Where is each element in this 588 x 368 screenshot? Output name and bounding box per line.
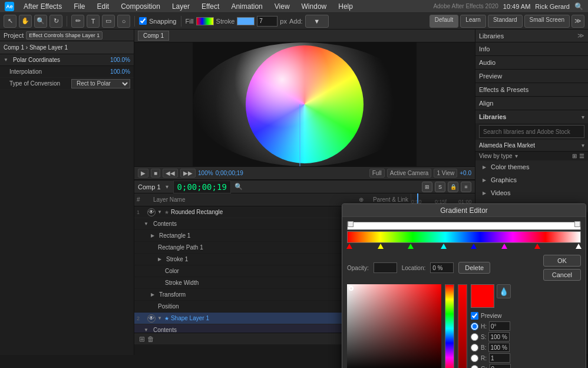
lib-dropdown-arrow[interactable]: ▾ [582,142,584,149]
ge-stop-0[interactable] [346,244,352,249]
menu-effect[interactable]: Effect [199,1,222,12]
ge-opacity-stop-right[interactable] [574,221,580,227]
rp-effects-presets-header[interactable]: Effects & Presets [475,83,588,96]
ws-default[interactable]: Default [430,15,459,28]
tl-solo[interactable]: S [435,182,445,192]
menu-edit[interactable]: Edit [94,1,111,12]
brightness-slider[interactable] [458,284,467,368]
preview-checkbox[interactable] [471,312,478,320]
timecode-display[interactable]: 0;00;00;19 [173,180,231,193]
tl-new-item-icon[interactable]: ⊞ [139,335,145,343]
tl-lock[interactable]: 🔒 [448,182,458,192]
type-conversion-select[interactable]: Rect to Polar Polar to Rect [71,79,130,88]
layer-expand-1[interactable] [157,209,162,215]
vc-views-btn[interactable]: 1 View [434,169,457,178]
bri-radio[interactable] [471,344,478,351]
g-radio[interactable] [471,365,478,369]
tool-hand[interactable]: ✋ [19,15,32,28]
view-grid-icon[interactable]: ⊞ [572,153,577,159]
tool-shape-rect[interactable]: ▭ [102,15,115,28]
tl-new-comp[interactable]: ⊞ [422,182,432,192]
rp-align-header[interactable]: Align [475,97,588,110]
ge-stop-2[interactable] [408,244,414,249]
menu-composition[interactable]: Composition [118,1,163,12]
opacity-input[interactable] [374,262,397,273]
g-input[interactable] [490,364,511,368]
menu-window[interactable]: Window [299,1,329,12]
view-list-icon[interactable]: ☰ [579,153,584,159]
ge-color-bar[interactable] [347,231,581,243]
vc-camera-btn[interactable]: Active Camera [387,169,432,178]
tl-transform1-expand[interactable] [151,292,154,297]
menu-after-effects[interactable]: After Effects [21,1,64,12]
menu-animation[interactable]: Animation [229,1,265,12]
vc-stop-btn[interactable]: ■ [151,169,160,178]
ge-stop-3[interactable] [441,244,447,249]
eyedropper-btn[interactable]: 💧 [497,284,511,298]
location-input[interactable] [430,262,454,273]
r-radio[interactable] [471,354,478,362]
view-type-arrow[interactable]: ▾ [515,153,518,159]
rp-preview-header[interactable]: Preview [475,70,588,83]
effect-controls-tab[interactable]: Effect Controls Shape Layer 1 [26,31,103,40]
ge-stop-7[interactable] [576,244,582,249]
ok-btn[interactable]: OK [543,255,581,267]
tool-zoom[interactable]: 🔍 [34,15,47,28]
menu-layer[interactable]: Layer [170,1,192,12]
ws-standard[interactable]: Standard [488,15,523,28]
menu-file[interactable]: File [71,1,87,12]
vc-prev-frame[interactable]: ◀◀ [163,169,178,178]
menu-view[interactable]: View [272,1,292,12]
menu-help[interactable]: Help [336,1,355,12]
interpolation-value[interactable]: 100.0% [110,68,130,75]
tool-rotate[interactable]: ↻ [49,15,62,28]
ge-stop-5[interactable] [501,244,507,249]
stroke-width-input[interactable] [257,16,278,27]
tool-pen[interactable]: ✏ [71,15,84,28]
color-saturation-field[interactable] [347,284,441,368]
tl-trash-icon[interactable]: 🗑 [147,335,154,343]
ge-stop-1[interactable] [378,244,384,249]
library-search-input[interactable] [479,125,584,138]
ws-small-screen[interactable]: Small Screen [524,15,570,28]
hue-radio[interactable] [471,323,478,330]
color-themes-expand[interactable] [483,165,486,170]
layer-vis-2[interactable]: 👁 [147,314,156,323]
layer-expand-2[interactable] [157,316,162,321]
timeline-expand-icon[interactable]: ▾ [166,183,169,190]
delete-btn[interactable]: Delete [458,262,490,274]
vc-quality-btn[interactable]: Full [369,169,385,178]
sat-radio[interactable] [471,333,478,341]
vc-next-frame[interactable]: ▶▶ [180,169,196,178]
stroke-swatch[interactable] [237,17,255,25]
rp-libraries-header[interactable]: Libraries ▾ [475,110,588,123]
rp-color-themes-header[interactable]: Color themes [475,160,588,173]
polar-expand-icon[interactable] [4,57,8,63]
comp-tab[interactable]: Comp 1 [138,31,169,41]
r-input[interactable] [489,353,510,363]
library-dropdown[interactable]: Alameda Flea Market ▾ [475,140,588,152]
bri-input[interactable] [488,343,510,352]
graphics-expand[interactable] [483,178,486,183]
snapping-checkbox[interactable] [139,17,147,25]
search-tl-icon[interactable]: 🔍 [234,183,243,190]
rp-lib-expand[interactable]: ▾ [582,114,584,120]
cancel-btn[interactable]: Cancel [543,269,581,281]
ge-opacity-stop-left[interactable] [348,221,354,227]
ge-opacity-bar[interactable] [347,222,581,230]
ge-stop-6[interactable] [534,244,540,249]
tl-contents2-expand[interactable] [144,327,148,333]
sat-input[interactable] [488,332,510,341]
tl-rect1-expand[interactable] [151,233,154,238]
tool-shape-ellipse[interactable]: ○ [117,15,130,28]
tl-stroke1-expand[interactable] [158,257,161,262]
vc-play-btn[interactable]: ▶ [138,169,148,178]
layer-vis-1[interactable]: 👁 [147,208,156,216]
add-dropdown[interactable]: ▼ [305,15,329,28]
ws-learn[interactable]: Learn [460,15,486,28]
rp-info-header[interactable]: Info [475,42,588,55]
polar-reset-btn[interactable]: 100.0% [110,57,130,63]
rp-more-btn[interactable]: ≫ [577,32,584,40]
tl-more[interactable]: ≡ [461,182,471,192]
hue-slider[interactable] [445,284,454,368]
